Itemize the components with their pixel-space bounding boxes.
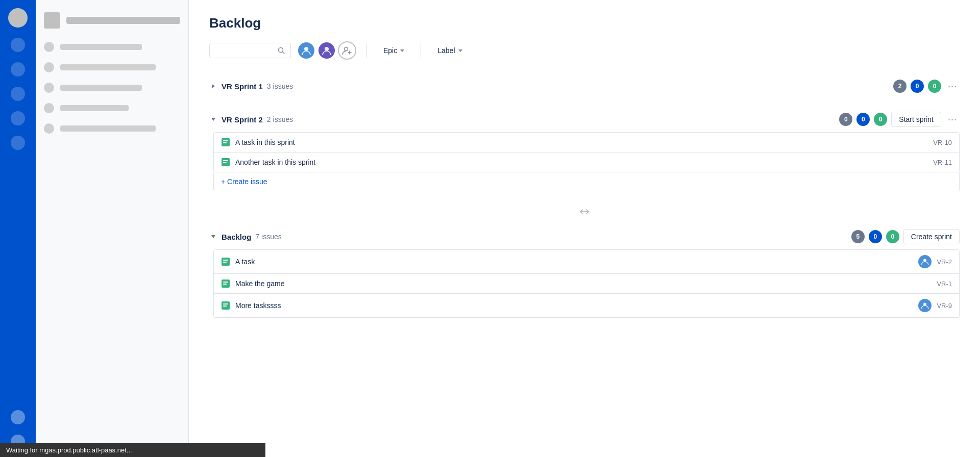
svg-rect-19 — [223, 262, 227, 263]
svg-rect-18 — [223, 260, 228, 261]
svg-point-2 — [304, 47, 308, 51]
sidebar-nav-dot-2[interactable] — [11, 62, 25, 77]
sprint-2-more-button[interactable]: ··· — [945, 112, 960, 126]
backlog-item-vr9-avatar — [918, 299, 932, 312]
sidebar-nav-dot-4[interactable] — [11, 111, 25, 125]
create-issue-sprint2[interactable]: + Create issue — [213, 172, 960, 191]
sprint-chevron-right-icon — [209, 82, 217, 90]
epic-filter-button[interactable]: Epic — [377, 43, 410, 58]
sprint-1-badge-green: 0 — [928, 80, 941, 93]
sprint-item-vr10[interactable]: A task in this sprint VR-10 — [214, 133, 959, 153]
nav-bar-2 — [60, 64, 156, 70]
svg-rect-25 — [223, 303, 228, 304]
sidebar-nav-1[interactable] — [36, 37, 188, 57]
search-box[interactable] — [209, 43, 291, 58]
person-icon-2 — [321, 45, 332, 56]
person-icon-1 — [301, 45, 312, 56]
section-divider — [209, 199, 960, 224]
sprint-item-vr11[interactable]: Another task in this sprint VR-11 — [214, 153, 959, 172]
svg-marker-16 — [211, 235, 215, 238]
sprint-section-1: VR Sprint 1 3 issues 2 0 0 ··· — [209, 74, 960, 98]
sidebar-nav-2[interactable] — [36, 57, 188, 78]
backlog-item-vr2-name: A task — [235, 258, 913, 266]
nav-circle-1 — [44, 42, 54, 52]
svg-point-4 — [345, 47, 348, 51]
sidebar-nav-3[interactable] — [36, 78, 188, 98]
task-icon-vr11 — [221, 158, 230, 167]
avatar-group — [297, 41, 356, 60]
sprint-1-badge-blue: 0 — [911, 80, 924, 93]
svg-marker-8 — [211, 118, 215, 121]
backlog-badge-blue: 0 — [869, 230, 882, 243]
sidebar-nav-dot-bottom1[interactable] — [11, 410, 25, 424]
sprint-1-badge-gray: 2 — [893, 80, 906, 93]
sprint-section-2: VR Sprint 2 2 issues 0 0 0 Start sprint … — [209, 107, 960, 191]
sprint-header-1[interactable]: VR Sprint 1 3 issues 2 0 0 ··· — [209, 74, 960, 98]
svg-rect-22 — [223, 282, 228, 283]
sidebar-dark — [0, 0, 36, 457]
main-content: Backlog — [189, 0, 980, 457]
backlog-item-vr1[interactable]: Make the game VR-1 — [214, 274, 959, 294]
svg-rect-13 — [223, 160, 228, 161]
app-avatar[interactable] — [8, 8, 28, 28]
task-icon-vr1 — [221, 279, 230, 288]
nav-circle-4 — [44, 103, 54, 113]
sprint-2-items: A task in this sprint VR-10 Another task… — [213, 132, 960, 172]
backlog-item-vr9-name: More taskssss — [235, 301, 913, 310]
sprint-2-badge-blue: 0 — [856, 113, 870, 126]
status-bar: Waiting for mgas.prod.public.atl-paas.ne… — [0, 443, 265, 457]
backlog-item-vr2[interactable]: A task VR-2 — [214, 250, 959, 274]
backlog-item-vr9-id: VR-9 — [937, 302, 952, 310]
epic-chevron-icon — [400, 49, 404, 52]
backlog-name: Backlog — [222, 233, 251, 241]
project-label — [66, 17, 180, 24]
nav-circle-2 — [44, 62, 54, 72]
task-icon-vr10 — [221, 138, 230, 147]
backlog-item-vr2-id: VR-2 — [937, 258, 952, 266]
svg-rect-10 — [223, 140, 228, 141]
backlog-item-vr9[interactable]: More taskssss VR-9 — [214, 294, 959, 317]
avatar-add-person[interactable] — [338, 41, 356, 60]
sidebar-nav-dot-3[interactable] — [11, 87, 25, 101]
nav-circle-3 — [44, 83, 54, 93]
svg-rect-26 — [223, 306, 227, 307]
sprint-2-badge-gray: 0 — [839, 113, 852, 126]
create-issue-sprint2-label: + Create issue — [221, 177, 267, 186]
sprint-1-count: 3 issues — [267, 82, 293, 90]
avatar-user-2[interactable] — [317, 41, 336, 60]
nav-bar-3 — [60, 85, 142, 91]
avatar-user-1[interactable] — [297, 41, 315, 60]
label-filter-button[interactable]: Label — [431, 43, 468, 58]
create-sprint-button[interactable]: Create sprint — [903, 229, 960, 244]
project-icon — [44, 12, 60, 29]
toolbar: Epic Label — [209, 41, 960, 60]
svg-rect-14 — [223, 162, 227, 163]
sprint-1-name: VR Sprint 1 — [222, 82, 263, 91]
sidebar-light — [36, 0, 189, 457]
svg-rect-11 — [223, 142, 227, 143]
person-icon-vr2 — [920, 257, 929, 266]
backlog-section: Backlog 7 issues 5 0 0 Create sprint A t… — [209, 224, 960, 318]
search-input[interactable] — [215, 46, 273, 55]
sprint-1-more-button[interactable]: ··· — [945, 79, 960, 93]
sidebar-nav-dot-5[interactable] — [11, 136, 25, 150]
nav-bar-1 — [60, 44, 142, 50]
task-icon-vr9 — [221, 301, 230, 310]
sprint-header-2[interactable]: VR Sprint 2 2 issues 0 0 0 Start sprint … — [209, 107, 960, 132]
svg-point-3 — [325, 47, 329, 51]
sprint-1-badges: 2 0 0 ··· — [893, 79, 960, 93]
sprint-2-count: 2 issues — [267, 115, 293, 123]
sidebar-nav-5[interactable] — [36, 118, 188, 139]
person-icon-vr9 — [920, 301, 929, 310]
sprint-2-badge-green: 0 — [874, 113, 887, 126]
backlog-chevron-down-icon — [209, 233, 217, 241]
sprint-2-name: VR Sprint 2 — [222, 115, 263, 124]
sidebar-nav-dot-1[interactable] — [11, 38, 25, 52]
backlog-header[interactable]: Backlog 7 issues 5 0 0 Create sprint — [209, 224, 960, 249]
toolbar-divider-2 — [421, 43, 421, 58]
add-person-icon — [342, 45, 352, 56]
backlog-count: 7 issues — [255, 233, 281, 241]
sidebar-nav-4[interactable] — [36, 98, 188, 118]
start-sprint-button[interactable]: Start sprint — [891, 112, 941, 127]
sidebar-top-item[interactable] — [36, 8, 188, 33]
